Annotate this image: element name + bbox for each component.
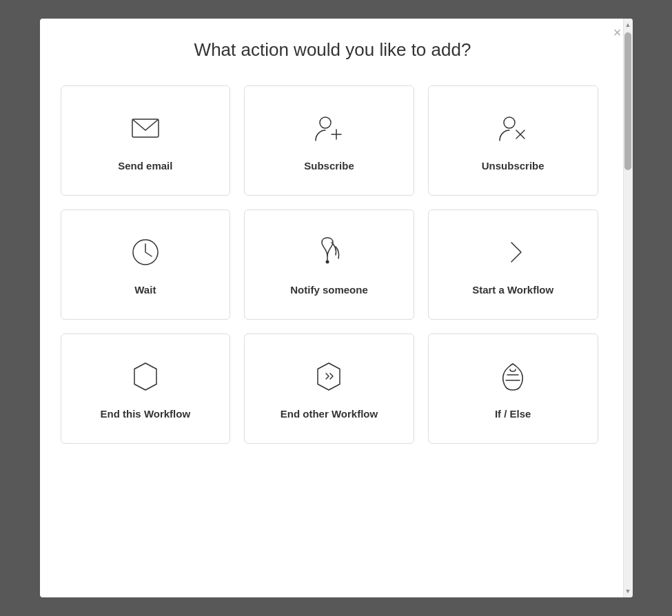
close-button[interactable]: × <box>613 25 622 39</box>
action-card-send-email[interactable]: Send email <box>61 85 231 196</box>
action-card-subscribe[interactable]: Subscribe <box>244 85 414 196</box>
subscribe-label: Subscribe <box>304 158 354 173</box>
action-card-notify-someone[interactable]: Notify someone <box>244 209 414 320</box>
scrollbar-thumb[interactable] <box>624 32 631 170</box>
modal: × ▲ ▼ What action would you like to add?… <box>40 19 633 597</box>
start-workflow-icon <box>493 233 532 271</box>
scrollbar-track[interactable]: ▲ ▼ <box>623 19 633 597</box>
end-other-workflow-label: End other Workflow <box>281 407 378 421</box>
scroll-down-arrow[interactable]: ▼ <box>623 585 633 597</box>
send-email-icon <box>126 109 165 147</box>
action-card-if-else[interactable]: If / Else <box>428 333 598 444</box>
svg-point-4 <box>504 117 515 128</box>
unsubscribe-label: Unsubscribe <box>482 158 544 173</box>
svg-point-1 <box>320 117 331 128</box>
action-card-end-this-workflow[interactable]: End this Workflow <box>61 333 231 444</box>
notify-someone-label: Notify someone <box>290 283 368 297</box>
action-card-wait[interactable]: Wait <box>61 209 231 320</box>
action-card-unsubscribe[interactable]: Unsubscribe <box>428 85 598 196</box>
wait-label: Wait <box>134 283 156 297</box>
if-else-icon <box>493 357 532 396</box>
action-card-end-other-workflow[interactable]: End other Workflow <box>244 333 414 444</box>
action-card-start-workflow[interactable]: Start a Workflow <box>428 209 598 320</box>
modal-content: What action would you like to add? Send … <box>40 19 633 597</box>
end-this-workflow-label: End this Workflow <box>101 407 191 421</box>
end-this-workflow-icon <box>126 357 165 396</box>
modal-title: What action would you like to add? <box>61 39 605 61</box>
end-other-workflow-icon <box>309 357 348 396</box>
if-else-label: If / Else <box>495 407 531 421</box>
scroll-up-arrow[interactable]: ▲ <box>623 19 633 31</box>
action-grid: Send email Subscribe Unsubscribe Wait No… <box>61 85 605 444</box>
send-email-label: Send email <box>118 158 172 173</box>
unsubscribe-icon <box>493 109 532 147</box>
subscribe-icon <box>309 109 348 147</box>
overlay: × ▲ ▼ What action would you like to add?… <box>0 0 672 616</box>
notify-someone-icon <box>309 233 348 271</box>
start-workflow-label: Start a Workflow <box>472 283 553 297</box>
wait-icon <box>126 233 165 271</box>
